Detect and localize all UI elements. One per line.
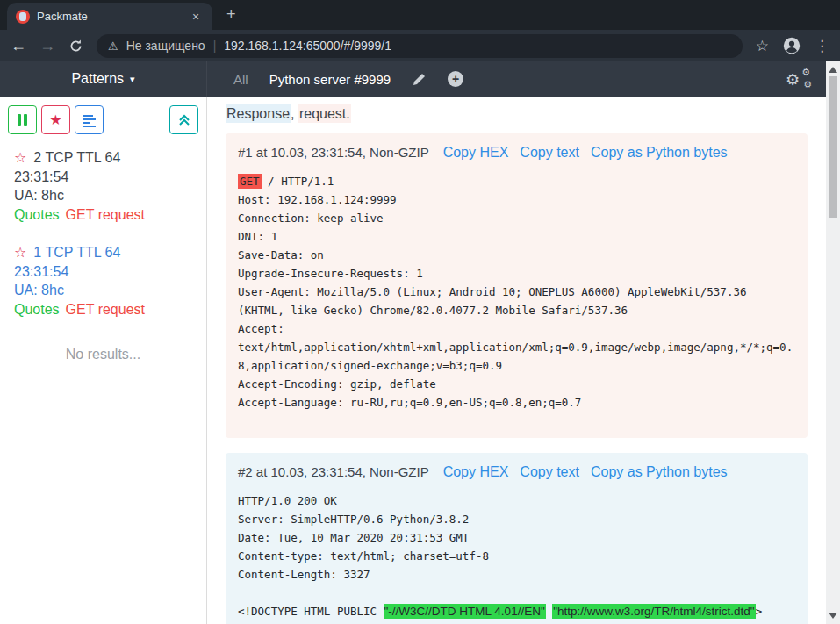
patterns-label: Patterns [71, 71, 124, 87]
copy-text-link[interactable]: Copy text [520, 464, 579, 480]
stream-list-item-selected[interactable]: ☆ 1 TCP TTL 64 23:31:54 UA: 8hc Quotes G… [0, 238, 206, 324]
profile-avatar[interactable] [782, 36, 801, 55]
url-divider: | [213, 39, 217, 53]
collapse-sidebar-button[interactable] [169, 105, 198, 134]
pause-button[interactable] [8, 105, 37, 134]
app-header: Patterns ▾ All Python server #9999 + ⚙ ⚙… [0, 61, 826, 97]
new-tab-button[interactable]: + [226, 5, 236, 24]
screen: Packmate × + ← → ⚠ Не защищено | 192.168… [0, 0, 840, 624]
sidebar-toolbar: ★ [0, 105, 206, 134]
browser-menu-icon[interactable]: ⋮ [815, 37, 829, 55]
copy-text-link[interactable]: Copy text [520, 145, 579, 161]
packmate-favicon-icon [16, 10, 30, 24]
tab-current-stream[interactable]: Python server #9999 [269, 72, 391, 87]
packmate-app: Patterns ▾ All Python server #9999 + ⚙ ⚙… [0, 61, 826, 624]
edit-pencil-icon[interactable] [412, 72, 427, 87]
scrollbar-thumb[interactable] [829, 76, 837, 218]
stream-title: 2 TCP TTL 64 [33, 148, 120, 168]
copy-hex-link[interactable]: Copy HEX [443, 145, 509, 161]
chevron-down-icon: ▾ [130, 74, 135, 85]
packet-payload: GET / HTTP/1.1 Host: 192.168.1.124:9999 … [238, 172, 795, 412]
url-text[interactable]: 192.168.1.124:65000/#/9999/1 [224, 39, 391, 53]
browser-toolbar: ← → ⚠ Не защищено | 192.168.1.124:65000/… [0, 30, 840, 61]
double-chevron-up-icon [177, 113, 191, 127]
back-icon[interactable]: ← [11, 38, 26, 54]
copy-python-bytes-link[interactable]: Copy as Python bytes [591, 145, 728, 161]
packet-title: #2 at 10.03, 23:31:54, Non-GZIP [238, 464, 429, 479]
pattern-badge-get-request: GET request [66, 300, 145, 319]
favorites-filter-button[interactable]: ★ [41, 105, 70, 134]
no-results-label: No results... [0, 347, 206, 362]
patterns-dropdown[interactable]: Patterns ▾ [0, 61, 207, 97]
star-icon: ★ [49, 111, 61, 128]
stream-user-agent: UA: 8hc [14, 281, 192, 300]
browser-tab-strip: Packmate × + [0, 0, 840, 30]
list-filter-button[interactable] [75, 105, 104, 134]
stream-list-item[interactable]: ☆ 2 TCP TTL 64 23:31:54 UA: 8hc Quotes G… [0, 143, 206, 229]
scroll-up-arrow-icon[interactable] [829, 67, 837, 73]
copy-python-bytes-link[interactable]: Copy as Python bytes [591, 464, 728, 480]
packet-card-response: #2 at 10.03, 23:31:54, Non-GZIP Copy HEX… [226, 453, 808, 624]
align-left-icon [82, 112, 97, 128]
favorite-star-icon[interactable]: ☆ [14, 243, 26, 262]
pattern-badge-get-request: GET request [66, 205, 145, 225]
copy-hex-link[interactable]: Copy HEX [443, 464, 509, 480]
filter-summary: Response, request. [226, 106, 826, 122]
page-scrollbar[interactable] [826, 61, 840, 624]
pattern-badge-quotes: Quotes [14, 300, 60, 319]
url-bar[interactable]: ⚠ Не защищено | 192.168.1.124:65000/#/99… [97, 34, 743, 58]
settings-gears-icon[interactable]: ⚙ ⚙ ⚙ [786, 68, 812, 90]
add-tab-icon[interactable]: + [448, 71, 463, 87]
stream-title: 1 TCP TTL 64 [33, 243, 120, 262]
forward-icon[interactable]: → [39, 38, 55, 54]
pattern-badge-quotes: Quotes [14, 205, 60, 225]
browser-tab-packmate[interactable]: Packmate × [7, 3, 212, 30]
packet-payload: HTTP/1.0 200 OK Server: SimpleHTTP/0.6 P… [238, 491, 795, 624]
packet-title: #1 at 10.03, 23:31:54, Non-GZIP [238, 145, 429, 160]
pause-icon [18, 114, 21, 126]
stream-time: 23:31:54 [14, 168, 192, 187]
packet-card-request: #1 at 10.03, 23:31:54, Non-GZIP Copy HEX… [226, 133, 808, 438]
stream-time: 23:31:54 [14, 262, 192, 282]
stream-user-agent: UA: 8hc [14, 186, 192, 205]
tab-close-icon[interactable]: × [188, 9, 204, 25]
stream-tabs: All Python server #9999 + [233, 71, 463, 87]
security-label: Не защищено [126, 39, 205, 53]
tab-all[interactable]: All [233, 72, 248, 87]
tab-title: Packmate [37, 10, 181, 23]
reload-icon[interactable] [68, 39, 83, 54]
packet-view: Response, request. #1 at 10.03, 23:31:54… [207, 97, 826, 624]
bookmark-star-icon[interactable]: ☆ [756, 37, 769, 55]
stream-sidebar: ★ [0, 97, 207, 624]
not-secure-warning-icon[interactable]: ⚠ [108, 39, 118, 53]
favorite-star-icon[interactable]: ☆ [14, 148, 26, 168]
scroll-down-arrow-icon[interactable] [829, 613, 837, 619]
